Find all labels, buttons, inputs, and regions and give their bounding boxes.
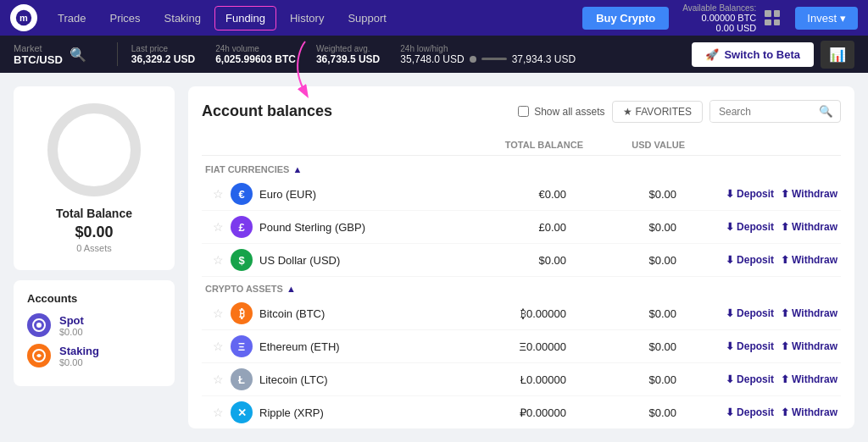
deposit-button[interactable]: ⬇ Deposit <box>726 188 774 200</box>
search-button[interactable]: 🔍 <box>812 101 840 122</box>
star-icon: ★ <box>623 106 632 118</box>
high-value: 37,934.3 USD <box>512 53 576 65</box>
asset-icon: $ <box>231 249 253 271</box>
withdraw-icon: ⬆ <box>781 373 789 385</box>
search-input[interactable] <box>710 102 812 122</box>
favorite-star-button[interactable]: ☆ <box>205 406 231 419</box>
withdraw-button[interactable]: ⬆ Withdraw <box>781 340 837 352</box>
table-row: ☆ £ Pound Sterling (GBP) £0.00 $0.00 ⬇ D… <box>202 211 841 244</box>
weighted-value: 36,739.5 USD <box>316 53 380 65</box>
spot-amount: $0.00 <box>59 327 84 337</box>
deposit-icon: ⬇ <box>726 373 734 385</box>
right-panel: Account balances Show all assets ★ FAVOR… <box>188 86 854 428</box>
asset-usd-value: $0.00 <box>583 254 685 267</box>
deposit-icon: ⬇ <box>726 254 734 266</box>
asset-name-cell: £ Pound Sterling (GBP) <box>231 216 448 238</box>
table-row: ☆ $ US Dollar (USD) $0.00 $0.00 ⬇ Deposi… <box>202 244 841 277</box>
favorite-star-button[interactable]: ☆ <box>205 253 231 267</box>
asset-balance: ₿0.00000 <box>448 307 583 320</box>
grid-menu-icon[interactable] <box>760 5 785 30</box>
asset-name-cell: $ US Dollar (USD) <box>231 249 448 271</box>
switch-beta-button[interactable]: 🚀 Switch to Beta <box>692 42 814 67</box>
nav-staking[interactable]: Staking <box>154 7 211 30</box>
market-divider <box>117 42 118 66</box>
usd-balance: 0.00 USD <box>682 23 756 33</box>
favorite-star-button[interactable]: ☆ <box>205 373 231 386</box>
favorite-star-button[interactable]: ☆ <box>205 187 231 201</box>
svg-point-4 <box>36 323 42 328</box>
deposit-button[interactable]: ⬇ Deposit <box>726 307 774 319</box>
withdraw-label: Withdraw <box>792 307 837 319</box>
staking-info: Staking $0.00 <box>59 345 99 367</box>
withdraw-label: Withdraw <box>792 221 837 233</box>
market-pair-value: BTC/USD <box>14 53 63 66</box>
account-spot[interactable]: Spot $0.00 <box>27 313 161 337</box>
withdraw-icon: ⬆ <box>781 188 789 200</box>
asset-actions: ⬇ Deposit ⬆ Withdraw <box>685 340 837 352</box>
asset-icon: ₿ <box>231 302 253 324</box>
deposit-button[interactable]: ⬇ Deposit <box>726 340 774 352</box>
asset-usd-value: $0.00 <box>583 221 685 234</box>
deposit-button[interactable]: ⬇ Deposit <box>726 221 774 233</box>
nav-prices[interactable]: Prices <box>99 7 150 30</box>
nav-funding[interactable]: Funding <box>214 6 276 30</box>
favorite-star-button[interactable]: ☆ <box>205 340 231 353</box>
asset-name-cell: ✕ Ripple (XRP) <box>231 401 448 423</box>
withdraw-label: Withdraw <box>792 188 837 200</box>
account-staking[interactable]: Staking $0.00 <box>27 344 161 367</box>
table-row: ☆ ₿ Bitcoin (BTC) ₿0.00000 $0.00 ⬇ Depos… <box>202 297 841 330</box>
deposit-button[interactable]: ⬇ Deposit <box>726 373 774 385</box>
asset-usd-value: $0.00 <box>583 188 685 201</box>
withdraw-button[interactable]: ⬆ Withdraw <box>781 406 837 418</box>
nav-balances: Available Balances: 0.00000 BTC 0.00 USD <box>682 3 756 33</box>
asset-name: US Dollar (USD) <box>259 254 340 267</box>
deposit-icon: ⬇ <box>726 188 734 200</box>
chart-button[interactable]: 📊 <box>821 41 854 69</box>
withdraw-button[interactable]: ⬆ Withdraw <box>781 188 837 200</box>
fiat-section-label: FIAT CURRENCIES ▲ <box>202 157 841 178</box>
invest-button[interactable]: Invest ▾ <box>795 7 858 30</box>
show-all-text: Show all assets <box>534 106 604 118</box>
withdraw-label: Withdraw <box>792 254 837 266</box>
accounts-title: Accounts <box>27 292 161 305</box>
switch-beta-label: Switch to Beta <box>724 48 800 61</box>
show-all-checkbox[interactable] <box>518 106 529 117</box>
col-asset <box>231 140 448 150</box>
withdraw-button[interactable]: ⬆ Withdraw <box>781 254 837 266</box>
panel-controls: Show all assets ★ FAVORITES 🔍 <box>518 100 841 123</box>
deposit-button[interactable]: ⬇ Deposit <box>726 254 774 266</box>
asset-balance: $0.00 <box>448 254 583 267</box>
table-row: ☆ € Euro (EUR) €0.00 $0.00 ⬇ Deposit ⬆ W… <box>202 178 841 211</box>
asset-usd-value: $0.00 <box>583 373 685 386</box>
nav-history[interactable]: History <box>280 7 334 30</box>
favorites-label: FAVORITES <box>636 106 692 118</box>
withdraw-button[interactable]: ⬆ Withdraw <box>781 221 837 233</box>
asset-icon: ✕ <box>231 401 253 423</box>
asset-usd-value: $0.00 <box>583 307 685 320</box>
favorite-star-button[interactable]: ☆ <box>205 220 231 234</box>
buy-crypto-button[interactable]: Buy Crypto <box>582 7 669 30</box>
market-search-button[interactable]: 🔍 <box>70 47 86 63</box>
last-price-value: 36,329.2 USD <box>131 53 195 65</box>
asset-name: Bitcoin (BTC) <box>259 307 325 320</box>
withdraw-button[interactable]: ⬆ Withdraw <box>781 373 837 385</box>
chart-icon: 📊 <box>829 47 846 62</box>
asset-name-cell: Ł Litecoin (LTC) <box>231 368 448 390</box>
asset-icon: Ł <box>231 368 253 390</box>
nav-support[interactable]: Support <box>337 7 397 30</box>
logo[interactable]: m <box>10 4 37 31</box>
deposit-button[interactable]: ⬇ Deposit <box>726 406 774 418</box>
asset-name-cell: € Euro (EUR) <box>231 183 448 205</box>
chevron-down-icon: ▾ <box>840 12 846 25</box>
nav-trade[interactable]: Trade <box>47 7 96 30</box>
deposit-icon: ⬇ <box>726 307 734 319</box>
search-box[interactable]: 🔍 <box>709 100 841 123</box>
favorite-star-button[interactable]: ☆ <box>205 307 231 320</box>
col-actions <box>685 140 837 150</box>
deposit-label: Deposit <box>737 406 774 418</box>
favorites-button[interactable]: ★ FAVORITES <box>612 101 703 123</box>
spot-info: Spot $0.00 <box>59 314 84 337</box>
withdraw-button[interactable]: ⬆ Withdraw <box>781 307 837 319</box>
asset-name-cell: Ξ Ethereum (ETH) <box>231 335 448 357</box>
show-all-label[interactable]: Show all assets <box>518 106 604 118</box>
